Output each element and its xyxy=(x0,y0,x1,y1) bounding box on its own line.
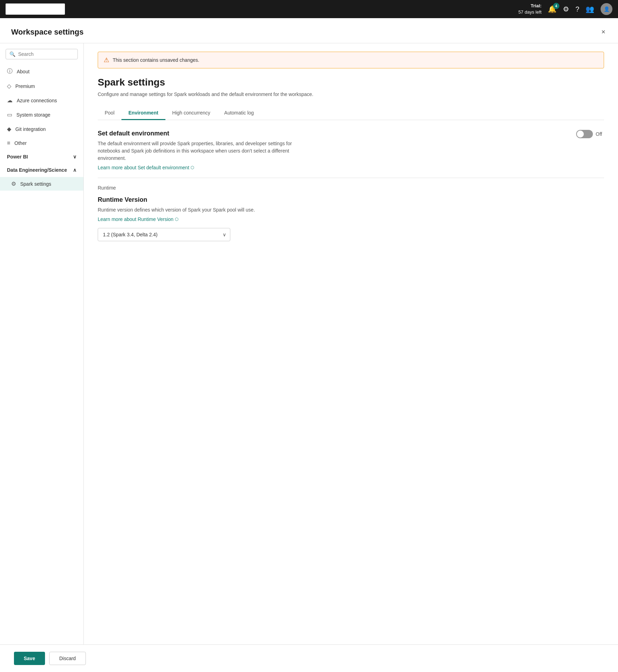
search-container: 🔍 xyxy=(0,49,83,64)
premium-label: Premium xyxy=(15,83,35,89)
set-default-env-title: Set default environment xyxy=(98,130,300,137)
spark-settings-icon: ⚙ xyxy=(11,180,16,187)
other-label: Other xyxy=(14,140,27,146)
search-input-wrapper[interactable]: 🔍 xyxy=(6,49,78,59)
power-bi-chevron: ∨ xyxy=(73,154,76,160)
warning-icon: ⚠ xyxy=(104,56,109,64)
set-default-env-description: The default environment will provide Spa… xyxy=(98,140,300,162)
workspace-settings-dialog: Workspace settings × 🔍 ⓘ About ◇ Premium… xyxy=(0,18,618,672)
about-label: About xyxy=(17,69,30,74)
set-default-env-learn-more-label: Learn more about Set default environment xyxy=(98,165,189,170)
tab-environment[interactable]: Environment xyxy=(121,106,165,120)
warning-banner: ⚠ This section contains unsaved changes. xyxy=(98,52,604,68)
about-icon: ⓘ xyxy=(7,68,13,75)
runtime-ext-link-icon: ⬡ xyxy=(175,217,178,222)
dialog-body: 🔍 ⓘ About ◇ Premium ☁ Azure connections … xyxy=(0,43,618,644)
runtime-version-title: Runtime Version xyxy=(98,196,604,204)
sidebar: 🔍 ⓘ About ◇ Premium ☁ Azure connections … xyxy=(0,43,84,644)
runtime-version-dropdown-wrapper: 1.2 (Spark 3.4, Delta 2.4) 1.1 (Spark 3.… xyxy=(98,228,230,241)
runtime-version-dropdown[interactable]: 1.2 (Spark 3.4, Delta 2.4) 1.1 (Spark 3.… xyxy=(98,228,230,241)
avatar[interactable]: 👤 xyxy=(601,3,612,15)
trial-days: 57 days left xyxy=(518,9,542,15)
external-link-icon: ⬡ xyxy=(191,165,194,170)
search-icon: 🔍 xyxy=(9,51,15,57)
notification-badge: 4 xyxy=(553,3,559,9)
data-engineering-chevron: ∧ xyxy=(73,167,76,173)
toggle-knob xyxy=(577,131,584,138)
git-icon: ◆ xyxy=(7,126,11,132)
main-content: ⚠ This section contains unsaved changes.… xyxy=(84,43,618,644)
sidebar-item-other[interactable]: ≡ Other xyxy=(0,136,83,150)
azure-icon: ☁ xyxy=(7,97,13,104)
sidebar-item-azure[interactable]: ☁ Azure connections xyxy=(0,94,83,107)
set-default-env-content: Set default environment The default envi… xyxy=(98,130,300,171)
sidebar-item-premium[interactable]: ◇ Premium xyxy=(0,79,83,93)
section-data-engineering-children: ⚙ Spark settings xyxy=(0,177,83,191)
section-data-engineering[interactable]: Data Engineering/Science ∧ xyxy=(0,164,83,176)
git-label: Git integration xyxy=(15,126,46,132)
share-icon[interactable]: 👥 xyxy=(586,5,594,13)
dialog-title: Workspace settings xyxy=(11,28,83,37)
sidebar-item-about[interactable]: ⓘ About xyxy=(0,64,83,79)
sidebar-item-spark-settings[interactable]: ⚙ Spark settings xyxy=(0,177,83,191)
toggle-label: Off xyxy=(596,131,602,137)
help-icon[interactable]: ? xyxy=(575,5,579,13)
sidebar-item-storage[interactable]: ▭ System storage xyxy=(0,108,83,121)
azure-label: Azure connections xyxy=(17,98,57,103)
page-title: Spark settings xyxy=(98,77,604,88)
search-input[interactable] xyxy=(18,51,74,57)
runtime-version-learn-more-label: Learn more about Runtime Version xyxy=(98,216,173,222)
set-default-env-toggle[interactable] xyxy=(576,130,593,138)
tab-automatic-log[interactable]: Automatic log xyxy=(217,106,261,120)
section-power-bi[interactable]: Power BI ∨ xyxy=(0,150,83,163)
notification-button[interactable]: 🔔 4 xyxy=(548,5,557,13)
spark-settings-label: Spark settings xyxy=(20,181,51,187)
tab-pool[interactable]: Pool xyxy=(98,106,121,120)
topbar: Trial: 57 days left 🔔 4 ⚙ ? 👥 👤 xyxy=(0,0,618,18)
runtime-version-description: Runtime version defines which version of… xyxy=(98,206,300,214)
discard-button[interactable]: Discard xyxy=(49,652,86,665)
tabs: Pool Environment High concurrency Automa… xyxy=(98,106,604,120)
set-default-env-toggle-container: Off xyxy=(576,130,604,138)
tab-high-concurrency[interactable]: High concurrency xyxy=(165,106,217,120)
storage-label: System storage xyxy=(16,112,50,118)
warning-text: This section contains unsaved changes. xyxy=(113,57,199,63)
storage-icon: ▭ xyxy=(7,111,12,118)
close-button[interactable]: × xyxy=(600,27,607,37)
trial-info: Trial: 57 days left xyxy=(518,3,542,15)
set-default-env-section: Set default environment The default envi… xyxy=(98,130,604,171)
power-bi-label: Power BI xyxy=(7,154,28,160)
dialog-footer: Save Discard xyxy=(0,644,618,672)
page-subtitle: Configure and manage settings for Spark … xyxy=(98,91,335,98)
set-default-env-learn-more[interactable]: Learn more about Set default environment… xyxy=(98,165,194,170)
premium-icon: ◇ xyxy=(7,83,11,89)
runtime-version-learn-more[interactable]: Learn more about Runtime Version ⬡ xyxy=(98,216,178,222)
settings-icon[interactable]: ⚙ xyxy=(563,5,569,13)
divider xyxy=(98,178,604,178)
runtime-label: Runtime xyxy=(98,185,604,191)
data-engineering-label: Data Engineering/Science xyxy=(7,167,67,173)
topbar-logo[interactable] xyxy=(6,3,65,15)
topbar-right: Trial: 57 days left 🔔 4 ⚙ ? 👥 👤 xyxy=(518,3,612,15)
save-button[interactable]: Save xyxy=(14,652,45,665)
dialog-header: Workspace settings × xyxy=(0,18,618,43)
other-icon: ≡ xyxy=(7,140,10,146)
sidebar-item-git[interactable]: ◆ Git integration xyxy=(0,122,83,136)
trial-label: Trial: xyxy=(518,3,542,9)
